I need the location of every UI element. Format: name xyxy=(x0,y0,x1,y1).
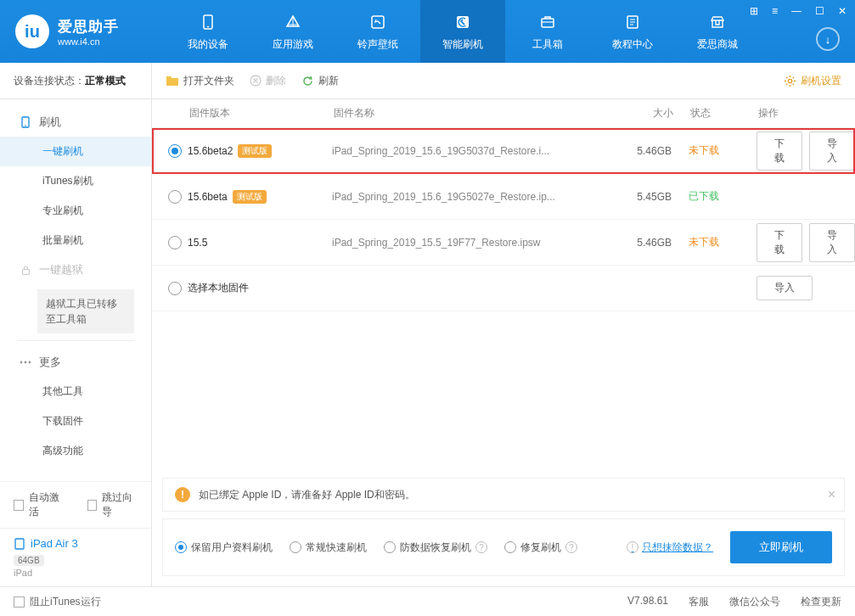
block-itunes-label: 阻止iTunes运行 xyxy=(30,595,101,609)
nav-tab-0[interactable]: 我的设备 xyxy=(166,0,250,63)
download-button[interactable]: 下载 xyxy=(757,223,802,262)
jailbreak-notice: 越狱工具已转移至工具箱 xyxy=(37,289,134,333)
sidebar-item[interactable]: iTunes刷机 xyxy=(0,166,151,196)
svg-point-10 xyxy=(25,361,27,364)
sidebar-item[interactable]: 高级功能 xyxy=(0,436,151,466)
firmware-row[interactable]: 15.5iPad_Spring_2019_15.5_19F77_Restore.… xyxy=(152,220,855,266)
window-grid-icon[interactable]: ⊞ xyxy=(746,3,762,19)
import-button[interactable]: 导入 xyxy=(809,132,855,171)
svg-rect-4 xyxy=(542,19,554,27)
sidebar-cat-more: 更多 xyxy=(0,348,151,377)
beta-badge: 测试版 xyxy=(238,144,272,158)
auto-activate-checkbox[interactable] xyxy=(14,500,24,511)
alert-close-button[interactable]: × xyxy=(828,487,835,502)
window-menu-icon[interactable]: ≡ xyxy=(768,3,781,19)
version-label: V7.98.61 xyxy=(627,595,668,609)
info-icon: ! xyxy=(627,541,638,553)
size-cell: 5.45GB xyxy=(604,191,672,203)
radio-button[interactable] xyxy=(168,282,182,295)
svg-point-7 xyxy=(25,125,26,126)
sidebar-cat-jailbreak: 一键越狱 xyxy=(0,255,151,284)
svg-point-11 xyxy=(29,361,31,364)
footer-link[interactable]: 微信公众号 xyxy=(729,595,780,609)
nav-icon xyxy=(453,12,473,32)
window-close-icon[interactable]: ✕ xyxy=(835,3,850,19)
nav-icon xyxy=(368,12,388,32)
flash-option[interactable]: 保留用户资料刷机 xyxy=(175,540,273,555)
flash-option[interactable]: 修复刷机? xyxy=(504,540,577,555)
nav-icon xyxy=(198,12,218,32)
svg-point-14 xyxy=(788,79,791,82)
nav-tab-3[interactable]: 智能刷机 xyxy=(420,0,505,63)
auto-activate-label: 自动激活 xyxy=(29,490,65,519)
gear-icon xyxy=(784,75,796,87)
name-cell: iPad_Spring_2019_15.6_19G5027e_Restore.i… xyxy=(332,191,604,203)
delete-button[interactable]: 删除 xyxy=(250,74,286,88)
sidebar-item[interactable]: 批量刷机 xyxy=(0,226,151,255)
window-maximize-icon[interactable]: ☐ xyxy=(812,3,828,19)
name-cell: iPad_Spring_2019_15.6_19G5037d_Restore.i… xyxy=(332,145,604,157)
skip-guide-label: 跳过向导 xyxy=(102,490,138,519)
nav-icon xyxy=(707,12,728,32)
svg-rect-8 xyxy=(22,269,29,274)
svg-rect-2 xyxy=(372,16,384,28)
radio-button[interactable] xyxy=(168,190,182,204)
firmware-row[interactable]: 选择本地固件导入 xyxy=(152,266,855,311)
nav-icon xyxy=(622,12,643,32)
sidebar-item[interactable]: 专业刷机 xyxy=(0,196,151,226)
block-itunes-checkbox[interactable] xyxy=(14,596,25,608)
flash-option[interactable]: 常规快速刷机 xyxy=(290,540,367,555)
nav-tab-5[interactable]: 教程中心 xyxy=(590,0,675,63)
nav-tab-1[interactable]: 应用游戏 xyxy=(250,0,335,63)
radio-button[interactable] xyxy=(168,144,182,158)
logo-icon: iu xyxy=(15,14,49,48)
firmware-row[interactable]: 15.6beta测试版iPad_Spring_2019_15.6_19G5027… xyxy=(152,174,855,220)
firmware-table-header: 固件版本 固件名称 大小 状态 操作 xyxy=(152,99,855,128)
device-name[interactable]: iPad Air 3 xyxy=(14,537,138,550)
lock-icon xyxy=(19,263,32,277)
status-cell: 已下载 xyxy=(672,189,740,204)
nav-icon xyxy=(283,12,303,32)
flash-option[interactable]: 防数据恢复刷机? xyxy=(384,540,487,555)
phone-icon xyxy=(19,115,32,129)
help-icon[interactable]: ? xyxy=(475,541,487,553)
status-cell: 未下载 xyxy=(672,143,740,158)
refresh-button[interactable]: 刷新 xyxy=(301,74,339,88)
import-button[interactable]: 导入 xyxy=(809,223,855,262)
sidebar-item[interactable]: 下载固件 xyxy=(0,406,151,436)
download-button[interactable]: 下载 xyxy=(757,132,802,171)
more-icon xyxy=(19,356,32,369)
sidebar-cat-flash: 刷机 xyxy=(0,108,151,137)
erase-data-link[interactable]: ! 只想抹除数据？ xyxy=(627,540,713,555)
app-title: 爱思助手 xyxy=(58,17,119,36)
footer-link[interactable]: 检查更新 xyxy=(801,595,841,609)
connection-status: 设备连接状态：正常模式 xyxy=(0,63,151,99)
tablet-icon xyxy=(14,538,25,550)
open-folder-button[interactable]: 打开文件夹 xyxy=(166,74,234,88)
size-cell: 5.46GB xyxy=(604,145,672,157)
folder-icon xyxy=(166,75,179,87)
skip-guide-checkbox[interactable] xyxy=(87,500,98,511)
warning-icon: ! xyxy=(175,487,190,502)
sidebar-item[interactable]: 一键刷机 xyxy=(0,137,151,166)
svg-point-1 xyxy=(207,25,209,27)
firmware-row[interactable]: 15.6beta2测试版iPad_Spring_2019_15.6_19G503… xyxy=(152,128,855,174)
version-cell: 15.5 xyxy=(188,237,332,249)
svg-rect-12 xyxy=(15,539,24,549)
app-subtitle: www.i4.cn xyxy=(58,36,119,47)
flash-now-button[interactable]: 立即刷机 xyxy=(730,531,832,563)
status-cell: 未下载 xyxy=(672,235,740,249)
window-minimize-icon[interactable]: — xyxy=(788,3,805,19)
import-button[interactable]: 导入 xyxy=(757,276,813,300)
sidebar-item[interactable]: 其他工具 xyxy=(0,377,151,406)
flash-settings-button[interactable]: 刷机设置 xyxy=(784,74,841,88)
nav-tab-4[interactable]: 工具箱 xyxy=(505,0,590,63)
nav-tab-2[interactable]: 铃声壁纸 xyxy=(335,0,420,63)
device-storage-badge: 64GB xyxy=(14,555,44,566)
size-cell: 5.46GB xyxy=(604,237,672,249)
footer-link[interactable]: 客服 xyxy=(689,595,709,609)
help-icon[interactable]: ? xyxy=(565,541,577,553)
radio-button[interactable] xyxy=(168,236,182,249)
name-cell: iPad_Spring_2019_15.5_19F77_Restore.ipsw xyxy=(332,237,604,249)
download-indicator-icon[interactable]: ↓ xyxy=(816,27,840,51)
